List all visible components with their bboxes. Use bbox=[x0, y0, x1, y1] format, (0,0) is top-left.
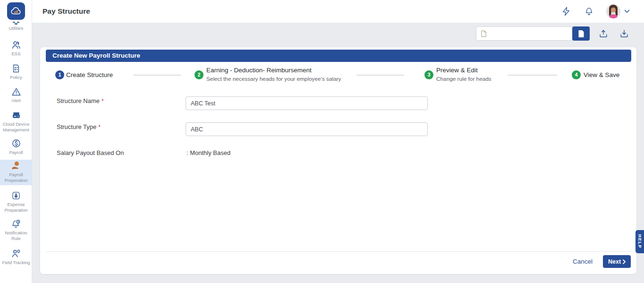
people-icon bbox=[0, 40, 32, 50]
toolbar bbox=[476, 26, 631, 41]
required-asterisk: * bbox=[98, 124, 101, 130]
sidebar-item-label: ESS bbox=[0, 51, 32, 57]
document-icon bbox=[481, 30, 487, 37]
salary-payout-value: : Monthly Based bbox=[186, 149, 230, 156]
sidebar-item-alert[interactable]: Alert bbox=[0, 86, 32, 103]
step-connector bbox=[508, 75, 557, 76]
sidebar-item-label: Utilities bbox=[0, 26, 32, 31]
sidebar-item-label: Notification Rule bbox=[0, 230, 32, 241]
app-window: Utilities ESS Policy bbox=[0, 0, 644, 283]
app-logo[interactable] bbox=[7, 2, 25, 20]
step-3-circle[interactable]: 3 bbox=[424, 70, 433, 79]
avatar bbox=[606, 4, 620, 18]
step-3-subtitle: Change rule for heads bbox=[436, 76, 491, 82]
cancel-button[interactable]: Cancel bbox=[573, 258, 593, 265]
sidebar-item-label: Expense Preparation bbox=[0, 202, 32, 213]
step-3-title: Preview & Edit bbox=[436, 67, 491, 74]
sidebar: Utilities ESS Policy bbox=[0, 0, 32, 283]
card-title: Create New Payroll Structure bbox=[46, 50, 631, 62]
sidebar-item-label: Payroll bbox=[0, 150, 32, 155]
search-input[interactable] bbox=[476, 26, 573, 41]
download-button[interactable] bbox=[617, 26, 631, 41]
sidebar-item-label: Alert bbox=[0, 98, 32, 103]
step-connector bbox=[356, 75, 404, 76]
structure-type-input[interactable] bbox=[186, 122, 428, 136]
salary-payout-label: Salary Payout Based On bbox=[57, 149, 124, 156]
required-asterisk: * bbox=[102, 98, 104, 104]
header-actions bbox=[561, 0, 630, 23]
sidebar-item-payroll-preperation[interactable]: Payroll Preperation bbox=[0, 160, 32, 185]
sidebar-item-utilities[interactable]: Utilities bbox=[0, 19, 32, 31]
quick-actions-button[interactable] bbox=[561, 6, 571, 17]
sidebar-item-label: Policy bbox=[0, 75, 32, 80]
step-connector bbox=[133, 75, 181, 76]
step-2-label: Earning - Deduction- Reimbursement Selec… bbox=[206, 67, 341, 82]
sidebar-item-label: Field Tracking bbox=[0, 260, 32, 266]
hand-coin-icon bbox=[0, 161, 32, 171]
page-title: Pay Structure bbox=[42, 7, 90, 16]
dollar-circle-icon bbox=[0, 138, 32, 149]
document-view-button[interactable] bbox=[572, 26, 590, 41]
help-tab-label: HELP bbox=[637, 234, 642, 249]
step-2-circle[interactable]: 2 bbox=[195, 70, 203, 79]
sidebar-item-cloud-device-management[interactable]: Cloud Device Management bbox=[0, 109, 32, 133]
card-title-bar: Create New Payroll Structure bbox=[46, 50, 631, 62]
notifications-button[interactable] bbox=[584, 6, 594, 17]
step-1-circle[interactable]: 1 bbox=[55, 70, 64, 79]
footer-divider bbox=[46, 251, 631, 252]
step-2-title: Earning - Deduction- Reimbursement bbox=[206, 67, 341, 74]
help-tab[interactable]: HELP bbox=[636, 230, 644, 253]
structure-name-label: Structure Name* bbox=[57, 97, 104, 104]
sidebar-item-label: Payroll Preperation bbox=[0, 172, 32, 183]
lightning-icon bbox=[562, 7, 570, 16]
sidebar-item-expense-preparation[interactable]: Expense Preparation bbox=[0, 189, 32, 213]
sidebar-item-payroll[interactable]: Payroll bbox=[0, 137, 32, 155]
step-4-circle[interactable]: 4 bbox=[572, 70, 581, 79]
search-group bbox=[476, 26, 590, 41]
sidebar-item-notification-rule[interactable]: Notification Rule bbox=[0, 218, 32, 241]
create-payroll-structure-card: Create New Payroll Structure 1 Create St… bbox=[40, 47, 636, 274]
sidebar-item-label: Cloud Device Management bbox=[0, 121, 32, 133]
step-4-label: View & Save bbox=[584, 71, 619, 78]
chevron-right-icon bbox=[623, 259, 626, 264]
sidebar-item-policy[interactable]: Policy bbox=[0, 62, 32, 80]
step-2-subtitle: Select the necessary heads for your empl… bbox=[206, 76, 341, 82]
download-icon bbox=[619, 29, 629, 38]
step-1-label: Create Structure bbox=[66, 71, 113, 78]
chevron-down-icon bbox=[624, 9, 630, 13]
person-pin-icon bbox=[0, 249, 32, 259]
profile-menu[interactable] bbox=[606, 4, 630, 18]
structure-type-label: Structure Type* bbox=[57, 123, 101, 130]
sidebar-item-field-tracking[interactable]: Field Tracking bbox=[0, 248, 32, 266]
warning-triangle-icon bbox=[0, 86, 32, 97]
document-button-icon bbox=[578, 30, 585, 38]
money-bag-icon bbox=[0, 190, 32, 201]
top-header: Pay Structure bbox=[32, 0, 644, 23]
bell-clock-icon bbox=[0, 219, 32, 229]
utilities-icon bbox=[0, 20, 32, 25]
step-3-label: Preview & Edit Change rule for heads bbox=[436, 67, 491, 82]
cloud-chart-logo-icon bbox=[10, 6, 22, 17]
sidebar-item-ess[interactable]: ESS bbox=[0, 39, 32, 57]
bell-icon bbox=[585, 7, 593, 16]
policy-document-icon bbox=[0, 63, 32, 74]
structure-name-input[interactable] bbox=[186, 96, 428, 110]
next-button[interactable]: Next bbox=[603, 255, 631, 268]
upload-icon bbox=[599, 29, 608, 38]
upload-button[interactable] bbox=[596, 26, 610, 41]
device-icon bbox=[0, 110, 32, 120]
